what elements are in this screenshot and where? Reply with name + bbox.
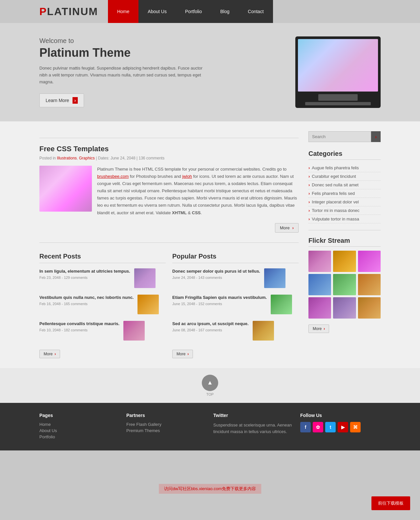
footer-partner-1[interactable]: Free Flash Gallery xyxy=(126,422,207,427)
popular-post-meta-3: June 08, 2048 - 167 comments xyxy=(172,328,249,332)
footer: Pages Home About Us Portfolio Partners F… xyxy=(0,403,420,450)
hero-section: Welcome to Platinum Theme Donec pulvinar… xyxy=(0,23,420,121)
popular-more-button[interactable]: More › xyxy=(172,350,193,358)
post-comments: 136 comments xyxy=(139,156,165,160)
back-to-top-link[interactable]: ▲ TOP xyxy=(202,375,218,396)
list-item[interactable]: Donec sed nulla sit amet xyxy=(308,181,381,189)
flickr-thumb-8[interactable] xyxy=(333,297,356,319)
search-input[interactable] xyxy=(308,131,371,142)
footer-link-about[interactable]: About Us xyxy=(39,428,120,433)
flickr-thumb-6[interactable] xyxy=(358,274,381,295)
footer-partner-2[interactable]: Premium Themes xyxy=(126,428,207,433)
youtube-icon[interactable]: ▶ xyxy=(338,422,348,432)
monitor-base xyxy=(305,102,371,105)
recent-more-arrow: › xyxy=(54,352,56,356)
post-cat-graphics[interactable]: Graphics xyxy=(79,156,95,160)
brushesbee-link[interactable]: brushesbee.com xyxy=(97,174,129,179)
popular-thumb-1 xyxy=(264,268,285,288)
list-item[interactable]: Felis pharetra felis sed xyxy=(308,189,381,198)
popular-thumb-3 xyxy=(253,321,274,341)
nav-about[interactable]: About Us xyxy=(138,0,176,23)
flickr-thumb-3[interactable] xyxy=(358,251,381,272)
popular-post-meta-1: June 24, 2048 - 143 comments xyxy=(172,276,260,280)
recent-post-title-3: Pellentesque convallis tristique mauris. xyxy=(39,321,119,327)
rss-icon[interactable]: ⌘ xyxy=(350,422,361,432)
post-cat-illustrations[interactable]: Illustrations xyxy=(57,156,77,160)
main-nav: Home About Us Portfolio Blog Contact xyxy=(108,0,273,23)
popular-thumb-2 xyxy=(271,295,292,314)
footer-link-portfolio[interactable]: Portfolio xyxy=(39,434,120,439)
search-button[interactable]: › xyxy=(371,131,381,142)
popular-post-meta-2: June 15, 2048 - 152 comments xyxy=(172,302,267,306)
list-item[interactable]: Curabitur eget tincidunt xyxy=(308,172,381,181)
footer-twitter: Twitter Suspendisse at scelerisque urna.… xyxy=(213,413,294,441)
logo: PLATINUM xyxy=(39,6,98,18)
content-area: Free CSS Templates Posted in Illustratio… xyxy=(39,131,299,358)
divider-2 xyxy=(39,242,299,243)
post-more-button[interactable]: More › xyxy=(275,223,299,233)
recent-post-meta-3: Feb 10, 2048 - 182 comments xyxy=(39,328,119,332)
flickr-thumb-1[interactable] xyxy=(308,251,331,272)
footer-pages-heading: Pages xyxy=(39,413,120,418)
post-thumbnail xyxy=(39,166,92,212)
list-item[interactable]: Integer placerat dolor vel xyxy=(308,198,381,206)
post-date-label: Dates: xyxy=(98,156,110,160)
footer-twitter-text: Suspendisse at scelerisque urna. Aenean … xyxy=(213,422,294,436)
flickr-more-arrow: › xyxy=(324,326,325,331)
monitor-image xyxy=(295,36,381,108)
flickr-thumb-4[interactable] xyxy=(308,274,331,295)
jwloh-link[interactable]: jwloh xyxy=(182,174,192,179)
recent-post-title-1: In sem ligula, elementum at ultricies te… xyxy=(39,268,130,274)
categories-list: Augue felis pharetra felis Curabitur ege… xyxy=(308,164,381,223)
list-item: Etiam Fringilla Sapien quis mauris vesti… xyxy=(172,295,299,314)
list-item: Vestibulum quis nulla nunc, nec lobortis… xyxy=(39,295,166,314)
footer-follow-heading: Follow Us xyxy=(300,413,381,418)
footer-link-home[interactable]: Home xyxy=(39,422,120,427)
posts-grid: Recent Posts In sem ligula, elementum at… xyxy=(39,253,299,358)
post-meta-prefix: Posted in xyxy=(39,156,56,160)
monitor-stand xyxy=(318,94,358,101)
flickr-thumb-9[interactable] xyxy=(358,297,381,319)
recent-post-meta-1: Feb 23, 2048 - 129 comments xyxy=(39,276,130,280)
post-meta: Posted in Illustrations, Graphics | Date… xyxy=(39,156,299,160)
social-icons: f ✿ t ▶ ⌘ xyxy=(300,422,381,432)
logo-accent: P xyxy=(39,6,47,17)
list-item[interactable]: Augue felis pharetra felis xyxy=(308,164,381,172)
nav-blog[interactable]: Blog xyxy=(211,0,239,23)
flickr-thumb-5[interactable] xyxy=(333,274,356,295)
css-label: CSS xyxy=(192,210,201,215)
divider-1 xyxy=(39,138,299,138)
list-item: Pellentesque convallis tristique mauris.… xyxy=(39,321,166,341)
recent-thumb-1 xyxy=(134,268,156,288)
footer-pages: Pages Home About Us Portfolio xyxy=(39,413,120,441)
nav-home[interactable]: Home xyxy=(108,0,138,23)
main-content: Free CSS Templates Posted in Illustratio… xyxy=(0,121,420,368)
popular-post-info-1: Donec semper dolor quis purus id ut tell… xyxy=(172,268,260,280)
twitter-icon[interactable]: t xyxy=(325,422,336,432)
list-item[interactable]: Vulputate tortor in massa xyxy=(308,215,381,223)
popular-more-arrow: › xyxy=(187,352,189,356)
mini-post-info-1: In sem ligula, elementum at ultricies te… xyxy=(39,268,130,280)
facebook-icon[interactable]: f xyxy=(300,422,311,432)
list-item[interactable]: Tortor mi in massa donec xyxy=(308,206,381,215)
list-item: Donec semper dolor quis purus id ut tell… xyxy=(172,268,299,288)
nav-contact[interactable]: Contact xyxy=(239,0,273,23)
learn-more-arrow: › xyxy=(73,97,78,104)
flickr-thumb-2[interactable] xyxy=(333,251,356,272)
recent-post-meta-2: Feb 16, 2048 - 165 comments xyxy=(39,302,134,306)
popular-posts: Popular Posts Donec semper dolor quis pu… xyxy=(172,253,299,358)
flickr-icon[interactable]: ✿ xyxy=(313,422,323,432)
post-date: June 24, 2048 xyxy=(111,156,136,160)
nav-portfolio[interactable]: Portfolio xyxy=(176,0,211,23)
recent-posts: Recent Posts In sem ligula, elementum at… xyxy=(39,253,166,358)
learn-more-button[interactable]: Learn More › xyxy=(39,94,84,107)
list-item: Sed ac arcu ipsum, ut suscipit neque. Ju… xyxy=(172,321,299,341)
up-arrow-icon: ▲ xyxy=(207,379,213,386)
monitor-screen xyxy=(298,39,378,92)
hero-description: Donec pulvinar mattis feugiat. Suspendis… xyxy=(39,65,203,85)
flickr-thumb-7[interactable] xyxy=(308,297,331,319)
header: PLATINUM Home About Us Portfolio Blog Co… xyxy=(0,0,420,23)
mini-post-info-2: Vestibulum quis nulla nunc, nec lobortis… xyxy=(39,295,134,306)
recent-more-button[interactable]: More › xyxy=(39,350,60,358)
flickr-more-button[interactable]: More › xyxy=(308,324,329,333)
